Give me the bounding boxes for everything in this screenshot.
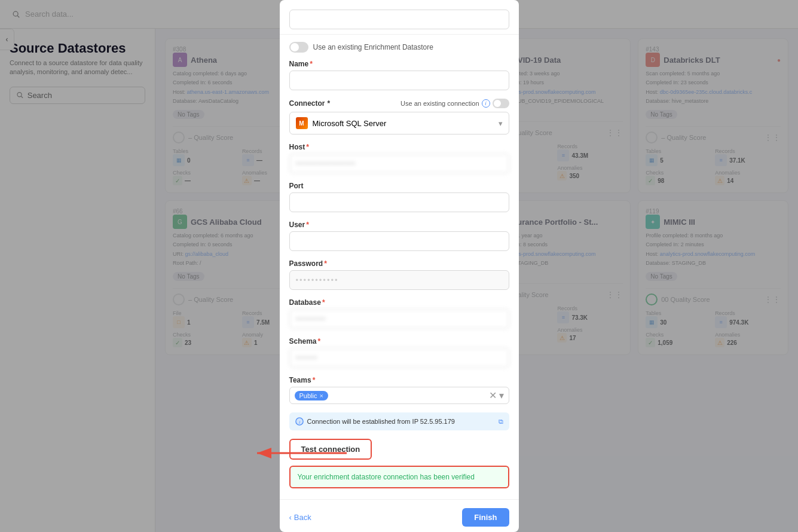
info-circle-icon: i [295, 417, 304, 426]
port-field-group: Port [289, 182, 509, 212]
teams-field-group: Teams * Public × ✕ ▾ [289, 376, 509, 404]
use-existing-toggle[interactable] [493, 99, 509, 108]
name-label: Name * [289, 60, 509, 68]
port-input[interactable] [289, 192, 509, 212]
ip-info-box: i Connection will be established from IP… [289, 412, 509, 430]
required-indicator: * [310, 60, 313, 68]
schema-label: Schema * [289, 337, 509, 346]
host-field-group: Host * [289, 143, 509, 173]
use-existing-row[interactable]: Use an existing connection i [400, 99, 509, 108]
modal-footer: ‹ Back Finish [280, 499, 519, 532]
schema-input[interactable] [289, 348, 509, 368]
required-indicator: * [328, 99, 331, 108]
info-icon: i [482, 99, 490, 108]
svg-text:i: i [299, 420, 300, 425]
teams-input[interactable]: Public × ✕ ▾ [289, 387, 509, 404]
password-label: Password * [289, 259, 509, 268]
success-message: Your enrichment datastore connection has… [289, 466, 509, 488]
user-input[interactable] [289, 231, 509, 251]
port-label: Port [289, 182, 509, 190]
required-indicator: * [313, 376, 316, 384]
password-input[interactable] [289, 270, 509, 290]
host-label: Host * [289, 143, 509, 151]
host-input[interactable] [289, 154, 509, 173]
connector-select[interactable]: M Microsoft SQL Server ▾ [289, 112, 509, 134]
copy-icon[interactable]: ⧉ [499, 418, 503, 426]
required-indicator: * [306, 143, 309, 151]
connector-value: Microsoft SQL Server [313, 119, 387, 128]
name-field-group: Name * big-query-lotus [289, 60, 509, 90]
modal-top-section: _baloney_oracle_ [280, 0, 519, 34]
required-indicator: * [324, 259, 327, 268]
modal-form: Name * big-query-lotus Connector * Use a… [280, 60, 519, 430]
database-field-group: Database * [289, 298, 509, 329]
remove-tag-button[interactable]: × [319, 392, 323, 399]
dropdown-icon[interactable]: ▾ [499, 390, 504, 401]
datastore-modal: _baloney_oracle_ Use an existing Enrichm… [280, 0, 519, 532]
ip-info-text: Connection will be established from IP 5… [307, 418, 455, 425]
teams-label: Teams * [289, 376, 509, 384]
connector-row: Connector * Use an existing connection i [289, 99, 509, 108]
user-label: User * [289, 221, 509, 229]
chevron-down-icon: ▾ [499, 119, 503, 128]
enrichment-toggle[interactable] [289, 42, 308, 53]
connector-label: Connector * [289, 99, 331, 108]
required-indicator: * [306, 221, 309, 229]
toggle-sm-knob [494, 100, 501, 107]
back-button[interactable]: ‹ Back [289, 513, 311, 522]
user-field-group: User * [289, 221, 509, 251]
required-indicator: * [322, 298, 325, 307]
toggle-label: Use an existing Enrichment Datastore [313, 43, 433, 51]
teams-input-actions: ✕ ▾ [489, 390, 504, 401]
test-connection-button[interactable]: Test connection [289, 439, 372, 460]
database-input[interactable] [289, 309, 509, 329]
finish-button[interactable]: Finish [462, 508, 509, 527]
database-label: Database * [289, 298, 509, 307]
connector-field-group: Connector * Use an existing connection i… [289, 99, 509, 134]
password-field-group: Password * [289, 259, 509, 290]
schema-field-group: Schema * [289, 337, 509, 368]
ms-icon: M [296, 117, 308, 129]
test-section: Test connection Your enrichment datastor… [280, 439, 519, 494]
teams-public-tag[interactable]: Public × [295, 391, 328, 400]
toggle-knob [291, 43, 299, 51]
toggle-row[interactable]: Use an existing Enrichment Datastore [280, 42, 519, 60]
clear-icon[interactable]: ✕ [489, 390, 497, 401]
chevron-left-icon: ‹ [289, 513, 292, 522]
name-input[interactable]: big-query-lotus [289, 71, 509, 90]
required-indicator: * [318, 337, 321, 346]
top-name-input[interactable]: _baloney_oracle_ [289, 10, 509, 29]
